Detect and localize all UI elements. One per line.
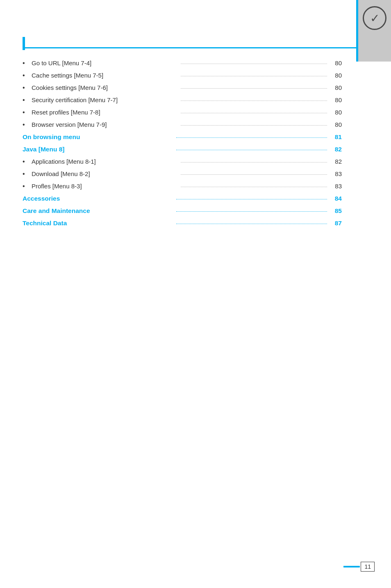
- toc-section-page: 84: [330, 195, 342, 202]
- toc-section-label: Care and Maintenance: [23, 207, 174, 215]
- toc-dots: [181, 113, 327, 113]
- toc-section-label: Java [Menu 8]: [23, 146, 174, 153]
- header-line: [23, 47, 358, 48]
- page-footer: 11: [343, 562, 375, 572]
- toc-dots: [181, 174, 327, 175]
- toc-dots: [181, 101, 327, 101]
- toc-dots: [181, 76, 327, 76]
- toc-label: Go to URL [Menu 7-4]: [32, 59, 178, 66]
- bullet-icon: •: [23, 121, 32, 128]
- toc-row-5: • Browser version [Menu 7-9] 80: [23, 121, 342, 128]
- toc-row-0: • Go to URL [Menu 7-4] 80: [23, 59, 342, 67]
- toc-label: Download [Menu 8-2]: [32, 170, 178, 177]
- toc-section-page: 82: [330, 146, 342, 153]
- toc-label: Browser version [Menu 7-9]: [32, 121, 178, 128]
- page-number: 11: [361, 562, 375, 572]
- toc-row-4: • Reset profiles [Menu 7-8] 80: [23, 109, 342, 116]
- toc-section-label: On browsing menu: [23, 133, 174, 141]
- toc-label: Cookies settings [Menu 7-6]: [32, 84, 178, 91]
- toc-dots: [176, 150, 327, 150]
- toc-page: 80: [330, 84, 342, 91]
- toc-dots: [176, 199, 327, 199]
- bullet-icon: •: [23, 84, 32, 92]
- toc-dots: [176, 211, 327, 212]
- toc-dots: [181, 187, 327, 187]
- toc-dots: [181, 64, 327, 64]
- bullet-icon: •: [23, 170, 32, 178]
- toc-section-page: 87: [330, 220, 342, 227]
- toc-label: Cache settings [Menu 7-5]: [32, 72, 178, 79]
- toc-content: • Go to URL [Menu 7-4] 80 • Cache settin…: [23, 59, 342, 232]
- toc-page: 80: [330, 96, 342, 103]
- toc-label: Security certification [Menu 7-7]: [32, 96, 178, 103]
- bullet-icon: •: [23, 72, 32, 79]
- bullet-icon: •: [23, 109, 32, 116]
- toc-dots: [176, 224, 327, 224]
- bullet-icon: •: [23, 183, 32, 190]
- logo-circle: ✓: [363, 6, 386, 30]
- toc-section-label: Accessories: [23, 195, 174, 202]
- toc-label: Profles [Menu 8-3]: [32, 183, 178, 190]
- toc-label: Reset profiles [Menu 7-8]: [32, 109, 178, 116]
- toc-page: 83: [330, 183, 342, 190]
- toc-page: 80: [330, 109, 342, 116]
- toc-section-page: 85: [330, 207, 342, 215]
- toc-section-label: Technical Data: [23, 220, 174, 227]
- logo-icon: ✓: [370, 11, 380, 25]
- toc-section-page: 81: [330, 133, 342, 141]
- toc-row-10: • Profles [Menu 8-3] 83: [23, 183, 342, 190]
- toc-label: Applications [Menu 8-1]: [32, 158, 178, 165]
- toc-dots: [176, 137, 327, 138]
- toc-dots: [181, 162, 327, 162]
- toc-page: 80: [330, 72, 342, 79]
- bullet-icon: •: [23, 59, 32, 67]
- top-right-decoration: ✓: [358, 0, 391, 62]
- toc-page: 82: [330, 158, 342, 165]
- toc-row-11: Accessories 84: [23, 195, 342, 202]
- toc-page: 80: [330, 121, 342, 128]
- toc-row-8: • Applications [Menu 8-1] 82: [23, 158, 342, 165]
- toc-row-1: • Cache settings [Menu 7-5] 80: [23, 72, 342, 79]
- toc-page: 80: [330, 59, 342, 66]
- toc-row-7: Java [Menu 8] 82: [23, 146, 342, 153]
- toc-row-2: • Cookies settings [Menu 7-6] 80: [23, 84, 342, 92]
- toc-dots: [181, 88, 327, 89]
- toc-dots: [181, 125, 327, 126]
- toc-row-12: Care and Maintenance 85: [23, 207, 342, 215]
- toc-row-13: Technical Data 87: [23, 220, 342, 227]
- bullet-icon: •: [23, 96, 32, 104]
- toc-page: 83: [330, 170, 342, 177]
- toc-row-3: • Security certification [Menu 7-7] 80: [23, 96, 342, 104]
- toc-row-6: On browsing menu 81: [23, 133, 342, 141]
- toc-row-9: • Download [Menu 8-2] 83: [23, 170, 342, 178]
- right-accent-line: [356, 0, 358, 62]
- footer-bar: [343, 566, 360, 567]
- bullet-icon: •: [23, 158, 32, 165]
